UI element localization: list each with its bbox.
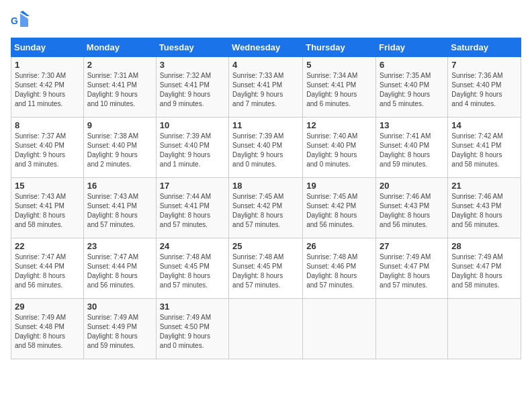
day-number: 21 [451, 181, 517, 191]
day-number: 12 [306, 120, 372, 130]
day-number: 19 [306, 181, 372, 191]
day-info: Sunrise: 7:43 AM Sunset: 4:41 PM Dayligh… [15, 192, 80, 230]
day-info: Sunrise: 7:45 AM Sunset: 4:42 PM Dayligh… [306, 192, 372, 230]
weekday-header-thursday: Thursday [303, 38, 376, 57]
day-cell [376, 299, 448, 359]
week-row-2: 8Sunrise: 7:37 AM Sunset: 4:40 PM Daylig… [11, 118, 521, 178]
day-cell: 10Sunrise: 7:39 AM Sunset: 4:40 PM Dayli… [156, 118, 228, 178]
day-info: Sunrise: 7:31 AM Sunset: 4:41 PM Dayligh… [87, 71, 152, 109]
day-number: 4 [232, 60, 299, 70]
logo-icon: G [11, 11, 30, 30]
day-cell: 27Sunrise: 7:49 AM Sunset: 4:47 PM Dayli… [376, 238, 448, 299]
day-number: 7 [451, 60, 517, 70]
day-info: Sunrise: 7:49 AM Sunset: 4:50 PM Dayligh… [160, 313, 225, 351]
day-cell: 19Sunrise: 7:45 AM Sunset: 4:42 PM Dayli… [303, 178, 376, 238]
weekday-header-saturday: Saturday [448, 38, 521, 57]
day-cell: 12Sunrise: 7:40 AM Sunset: 4:40 PM Dayli… [303, 118, 376, 178]
svg-text:G: G [11, 15, 18, 26]
day-info: Sunrise: 7:35 AM Sunset: 4:40 PM Dayligh… [380, 71, 444, 109]
day-cell: 9Sunrise: 7:38 AM Sunset: 4:40 PM Daylig… [83, 118, 156, 178]
day-cell: 3Sunrise: 7:32 AM Sunset: 4:41 PM Daylig… [156, 57, 228, 118]
day-cell: 16Sunrise: 7:43 AM Sunset: 4:41 PM Dayli… [83, 178, 156, 238]
weekday-header-friday: Friday [376, 38, 448, 57]
day-number: 3 [160, 60, 225, 70]
day-info: Sunrise: 7:48 AM Sunset: 4:46 PM Dayligh… [306, 253, 372, 290]
day-cell: 24Sunrise: 7:48 AM Sunset: 4:45 PM Dayli… [156, 238, 228, 299]
day-number: 9 [87, 120, 152, 130]
day-cell: 30Sunrise: 7:49 AM Sunset: 4:49 PM Dayli… [83, 299, 156, 359]
day-info: Sunrise: 7:38 AM Sunset: 4:40 PM Dayligh… [87, 132, 152, 169]
day-info: Sunrise: 7:47 AM Sunset: 4:44 PM Dayligh… [87, 253, 152, 290]
day-info: Sunrise: 7:49 AM Sunset: 4:48 PM Dayligh… [15, 313, 80, 351]
day-cell: 18Sunrise: 7:45 AM Sunset: 4:42 PM Dayli… [229, 178, 303, 238]
weekday-header-monday: Monday [83, 38, 156, 57]
day-info: Sunrise: 7:48 AM Sunset: 4:45 PM Dayligh… [232, 253, 299, 290]
day-number: 28 [451, 241, 517, 251]
day-number: 31 [160, 302, 225, 312]
week-row-1: 1Sunrise: 7:30 AM Sunset: 4:42 PM Daylig… [11, 57, 521, 118]
day-info: Sunrise: 7:49 AM Sunset: 4:47 PM Dayligh… [380, 253, 444, 290]
weekday-header-tuesday: Tuesday [156, 38, 228, 57]
day-cell [229, 299, 303, 359]
day-info: Sunrise: 7:46 AM Sunset: 4:43 PM Dayligh… [380, 192, 444, 230]
day-cell: 11Sunrise: 7:39 AM Sunset: 4:40 PM Dayli… [229, 118, 303, 178]
day-cell: 21Sunrise: 7:46 AM Sunset: 4:43 PM Dayli… [448, 178, 521, 238]
day-number: 15 [15, 181, 80, 191]
day-number: 17 [160, 181, 225, 191]
day-number: 10 [160, 120, 225, 130]
day-cell: 2Sunrise: 7:31 AM Sunset: 4:41 PM Daylig… [83, 57, 156, 118]
day-cell: 29Sunrise: 7:49 AM Sunset: 4:48 PM Dayli… [11, 299, 84, 359]
day-info: Sunrise: 7:30 AM Sunset: 4:42 PM Dayligh… [15, 71, 80, 109]
day-cell: 23Sunrise: 7:47 AM Sunset: 4:44 PM Dayli… [83, 238, 156, 299]
day-info: Sunrise: 7:44 AM Sunset: 4:41 PM Dayligh… [160, 192, 225, 230]
day-number: 22 [15, 241, 80, 251]
day-number: 29 [15, 302, 80, 312]
day-number: 1 [15, 60, 80, 70]
day-info: Sunrise: 7:42 AM Sunset: 4:41 PM Dayligh… [451, 132, 517, 169]
day-number: 20 [380, 181, 444, 191]
day-cell: 7Sunrise: 7:36 AM Sunset: 4:40 PM Daylig… [448, 57, 521, 118]
day-info: Sunrise: 7:46 AM Sunset: 4:43 PM Dayligh… [451, 192, 517, 230]
day-cell: 1Sunrise: 7:30 AM Sunset: 4:42 PM Daylig… [11, 57, 84, 118]
day-number: 5 [306, 60, 372, 70]
day-info: Sunrise: 7:34 AM Sunset: 4:41 PM Dayligh… [306, 71, 372, 109]
day-number: 27 [380, 241, 444, 251]
day-cell: 14Sunrise: 7:42 AM Sunset: 4:41 PM Dayli… [448, 118, 521, 178]
week-row-4: 22Sunrise: 7:47 AM Sunset: 4:44 PM Dayli… [11, 238, 521, 299]
day-cell: 17Sunrise: 7:44 AM Sunset: 4:41 PM Dayli… [156, 178, 228, 238]
day-info: Sunrise: 7:32 AM Sunset: 4:41 PM Dayligh… [160, 71, 225, 109]
day-cell: 15Sunrise: 7:43 AM Sunset: 4:41 PM Dayli… [11, 178, 84, 238]
week-row-3: 15Sunrise: 7:43 AM Sunset: 4:41 PM Dayli… [11, 178, 521, 238]
day-info: Sunrise: 7:49 AM Sunset: 4:49 PM Dayligh… [87, 313, 152, 351]
day-cell: 5Sunrise: 7:34 AM Sunset: 4:41 PM Daylig… [303, 57, 376, 118]
calendar-table: SundayMondayTuesdayWednesdayThursdayFrid… [11, 38, 521, 359]
day-cell [448, 299, 521, 359]
day-number: 8 [15, 120, 80, 130]
day-cell [303, 299, 376, 359]
day-number: 23 [87, 241, 152, 251]
day-cell: 13Sunrise: 7:41 AM Sunset: 4:40 PM Dayli… [376, 118, 448, 178]
day-number: 16 [87, 181, 152, 191]
day-info: Sunrise: 7:47 AM Sunset: 4:44 PM Dayligh… [15, 253, 80, 290]
day-number: 26 [306, 241, 372, 251]
page-header: G [11, 11, 521, 30]
day-number: 6 [380, 60, 444, 70]
day-info: Sunrise: 7:37 AM Sunset: 4:40 PM Dayligh… [15, 132, 80, 169]
day-cell: 8Sunrise: 7:37 AM Sunset: 4:40 PM Daylig… [11, 118, 84, 178]
day-number: 13 [380, 120, 444, 130]
day-cell: 6Sunrise: 7:35 AM Sunset: 4:40 PM Daylig… [376, 57, 448, 118]
day-cell: 26Sunrise: 7:48 AM Sunset: 4:46 PM Dayli… [303, 238, 376, 299]
day-cell: 31Sunrise: 7:49 AM Sunset: 4:50 PM Dayli… [156, 299, 228, 359]
day-number: 24 [160, 241, 225, 251]
day-cell: 22Sunrise: 7:47 AM Sunset: 4:44 PM Dayli… [11, 238, 84, 299]
weekday-header-row: SundayMondayTuesdayWednesdayThursdayFrid… [11, 38, 521, 57]
day-number: 30 [87, 302, 152, 312]
logo: G [11, 11, 31, 30]
day-info: Sunrise: 7:39 AM Sunset: 4:40 PM Dayligh… [160, 132, 225, 169]
day-number: 2 [87, 60, 152, 70]
day-info: Sunrise: 7:41 AM Sunset: 4:40 PM Dayligh… [380, 132, 444, 169]
day-info: Sunrise: 7:43 AM Sunset: 4:41 PM Dayligh… [87, 192, 152, 230]
weekday-header-sunday: Sunday [11, 38, 84, 57]
weekday-header-wednesday: Wednesday [229, 38, 303, 57]
day-number: 14 [451, 120, 517, 130]
